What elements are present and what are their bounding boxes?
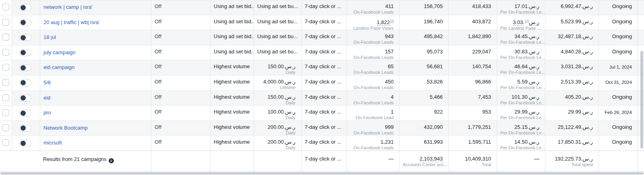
bid-strategy-cell — [211, 151, 254, 171]
budget-cell: 150.00.ر.سDaily — [254, 60, 301, 75]
delivery-status-cell: Off — [151, 0, 211, 15]
impressions-cell: 140,754 — [449, 60, 497, 75]
row-checkbox[interactable] — [2, 19, 9, 26]
toggle-cell — [12, 75, 40, 90]
scroll-gutter — [638, 151, 644, 171]
campaign-toggle[interactable] — [19, 110, 31, 116]
row-checkbox[interactable] — [2, 139, 9, 146]
attribution-cell: 7-day click or ... — [301, 136, 347, 151]
impressions-cell: 10,409,310 Total — [449, 151, 497, 171]
results-cell: 450On-Facebook Leads — [347, 75, 400, 90]
row-checkbox[interactable] — [2, 94, 9, 101]
row-checkbox-cell — [0, 106, 12, 120]
amount-spent-cell: 25,122.49.ر.س — [545, 121, 599, 136]
attribution-cell: 7-day click or ... — [301, 121, 347, 136]
campaign-name-link[interactable]: pro — [43, 110, 51, 116]
scroll-gutter — [638, 30, 644, 45]
reach-cell: 922 — [400, 106, 449, 120]
campaign-toggle[interactable] — [19, 64, 31, 71]
ends-cell: Oct 31, 2024 — [599, 75, 638, 90]
campaign-name-cell: pro — [40, 106, 151, 120]
campaign-toggle[interactable] — [19, 49, 31, 56]
reach-cell: 631,993 — [400, 136, 449, 151]
amount-spent-cell: 3,031.28.ر.س — [545, 60, 599, 75]
impressions-total: 10,409,310 — [452, 156, 491, 162]
table-row: network | camp | isra'OffUsing ad set bi… — [0, 0, 644, 15]
budget-cell: Using ad set bu... — [254, 45, 301, 60]
campaign-name-link[interactable]: micrsoft — [43, 140, 62, 146]
toggle-knob — [21, 80, 26, 85]
campaign-name-link[interactable]: 18 jul — [43, 34, 56, 40]
campaign-name-cell: Network Bootcamp — [40, 121, 151, 136]
campaign-toggle[interactable] — [19, 34, 31, 41]
row-checkbox[interactable] — [2, 109, 9, 116]
reach-cell: 495,842 — [400, 30, 449, 45]
footnote-ref: [2] — [390, 19, 394, 23]
row-checkbox[interactable] — [2, 124, 9, 131]
campaign-name-link[interactable]: 5/6 — [43, 79, 51, 85]
reach-total[interactable]: 2,103,943 — [419, 156, 443, 162]
row-checkbox[interactable] — [2, 49, 9, 56]
campaign-name-link[interactable]: eid — [43, 95, 50, 101]
budget-cell: 100.00.ر.سDaily — [254, 106, 301, 120]
reach-cell: 56,681 — [400, 60, 449, 75]
reach-cell: 432,090 — [400, 121, 449, 136]
info-icon[interactable]: i — [109, 158, 114, 163]
cost-per-result-cell: 14.50.ر.سPer On-Facebook Le... — [497, 136, 545, 151]
campaign-name-link[interactable]: 20 aug | traffic | wb| isra' — [43, 19, 100, 25]
summary-text: Results from 21 campaigns — [43, 156, 107, 162]
row-checkbox[interactable] — [2, 4, 9, 10]
row-checkbox[interactable] — [2, 34, 9, 41]
campaign-toggle[interactable] — [19, 4, 31, 11]
row-checkbox-cell — [0, 60, 12, 75]
attribution-cell: 7-day click or ... — [301, 151, 347, 171]
row-checkbox-cell — [0, 30, 12, 45]
delivery-status: Off — [155, 18, 204, 24]
ends-cell: Ongoing — [599, 45, 638, 60]
toggle-knob — [21, 20, 26, 25]
budget-cell: 200.00.ر.سDaily — [254, 121, 301, 136]
row-checkbox[interactable] — [2, 79, 9, 86]
campaign-name-link[interactable]: Network Bootcamp — [43, 125, 88, 131]
horizontal-scrollbar-thumb[interactable] — [0, 172, 644, 175]
vertical-scrollbar-thumb[interactable] — [640, 51, 643, 149]
delivery-status-cell: Off — [151, 91, 211, 106]
delivery-status-cell: Off — [151, 60, 211, 75]
campaign-name-cell: july campaign — [40, 45, 151, 60]
toggle-cell — [12, 0, 40, 15]
toggle-knob — [21, 126, 26, 131]
cost-per-result-cell: 101.30.ر.سPer On-Facebook Le... — [497, 91, 545, 106]
attribution-cell: 7-day click or ... — [301, 106, 347, 120]
campaign-toggle[interactable] — [19, 125, 31, 132]
row-checkbox-cell — [0, 15, 12, 30]
campaign-name-cell: eid campaign — [40, 60, 151, 75]
cost-per-result-cell: 46.64.ر.سPer On-Facebook Le... — [497, 60, 545, 75]
campaign-toggle[interactable] — [19, 95, 31, 102]
campaign-name-link[interactable]: network | camp | isra' — [43, 4, 93, 10]
delivery-status-cell: Off — [151, 30, 211, 45]
budget-cell: 150.00.ر.سDaily — [254, 91, 301, 106]
impressions-cell: 953 — [449, 106, 497, 120]
delivery-status: Off — [155, 124, 204, 130]
row-checkbox-cell — [0, 0, 12, 15]
campaign-name-cell: network | camp | isra' — [40, 0, 151, 15]
attribution-cell: 7-day click or ... — [301, 45, 347, 60]
campaign-toggle[interactable] — [19, 140, 31, 147]
ends-cell — [599, 151, 638, 171]
amount-spent-cell: 2,513.39.ر.س — [545, 75, 599, 90]
cost-per-result-cell: 25.15.ر.سPer On-Facebook Le... — [497, 121, 545, 136]
impressions-cell: 96,866 — [449, 75, 497, 90]
horizontal-scrollbar-track — [0, 172, 644, 175]
campaign-name-link[interactable]: eid campaign — [43, 64, 74, 70]
campaign-toggle[interactable] — [19, 79, 31, 86]
cost-per-result-cell: — — [497, 151, 545, 171]
campaign-toggle[interactable] — [19, 19, 31, 26]
row-checkbox[interactable] — [2, 64, 9, 71]
attribution-cell: 7-day click or ... — [301, 30, 347, 45]
table-row: micrsoftOffHighest volume200.00.ر.سDaily… — [0, 136, 644, 151]
ends-cell: Ongoing — [599, 136, 638, 151]
campaign-name-link[interactable]: july campaign — [43, 49, 76, 55]
campaign-name-cell: 20 aug | traffic | wb| isra' — [40, 15, 151, 30]
toggle-knob — [21, 35, 26, 40]
impressions-cell: 1,779,251 — [449, 121, 497, 136]
